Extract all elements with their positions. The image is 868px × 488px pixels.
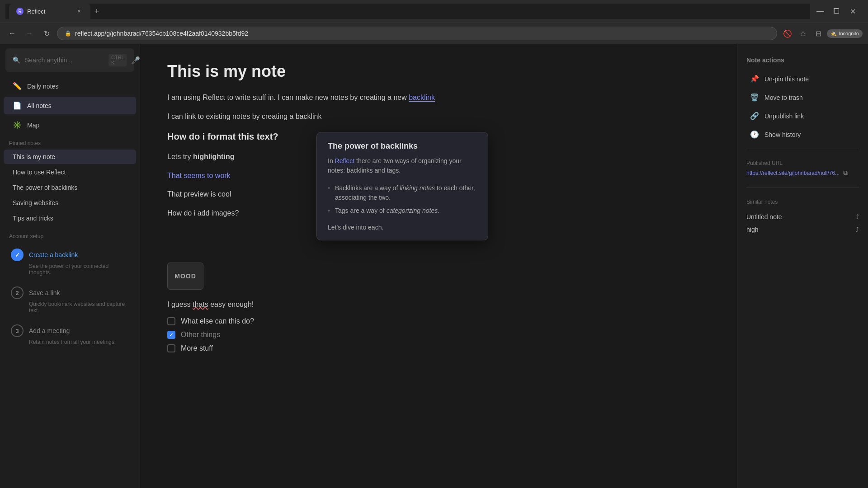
back-button[interactable]: ← [5, 27, 19, 40]
step-desc-2: Quickly bookmark websites and capture te… [11, 301, 129, 314]
refresh-button[interactable]: ↻ [40, 27, 53, 40]
checkbox-3-label: More stuff [181, 344, 213, 352]
guess-line: I guess thats easy enough! [167, 299, 710, 310]
popup-reflect-link[interactable]: Reflect [335, 157, 355, 164]
checkbox-3[interactable] [167, 344, 175, 352]
step-header: 3 Add a meeting [11, 324, 129, 337]
paragraph-2: I can link to existing notes by creating… [167, 111, 710, 122]
panel-divider-1 [746, 149, 859, 149]
sidebar-item-map[interactable]: ✳️ Map [4, 116, 136, 134]
nav-bar: ← → ↻ 🔒 reflect.app/g/johnbarad/76354cb1… [0, 23, 868, 44]
similar-note-2[interactable]: high ⤴ [746, 223, 859, 236]
maximize-button[interactable]: ⧠ [830, 5, 843, 18]
paragraph-2-text: I can link to existing notes by creating… [167, 113, 322, 120]
map-icon: ✳️ [13, 121, 22, 129]
copy-icon[interactable]: ⧉ [843, 169, 848, 177]
similar-notes-label: Similar notes [746, 199, 859, 205]
mood-badge: MOOD [167, 263, 203, 290]
published-url-value: https://reflect.site/g/johnbarad/null/76… [746, 169, 859, 177]
link-icon: 🔗 [750, 112, 759, 120]
checkbox-1-label: What else can this do? [181, 317, 254, 325]
checkbox-2[interactable] [167, 331, 175, 339]
similar-note-1[interactable]: Untitled note ⤴ [746, 211, 859, 223]
url-text: reflect.app/g/johnbarad/76354cb108ce4f2a… [75, 30, 248, 37]
main-content: This is my note I am using Reflect to wr… [140, 44, 737, 488]
checkbox-1[interactable] [167, 317, 175, 325]
tab-favicon: R [16, 8, 24, 15]
search-shortcut: CTRL K [108, 54, 127, 66]
browser-chrome: R Reflect × + — ⧠ ✕ ← → ↻ 🔒 reflect.app/… [0, 0, 868, 44]
similar-note-1-title: Untitled note [746, 213, 782, 221]
similar-note-1-arrow: ⤴ [856, 213, 859, 221]
unpin-label: Un-pin this note [764, 75, 809, 83]
checkbox-item-3: More stuff [167, 344, 710, 352]
panel-divider-2 [746, 188, 859, 188]
tab-close-button[interactable]: × [75, 7, 83, 15]
highlight-word: highlighting [193, 153, 235, 160]
paragraph-1-text-before: I am using Reflect to write stuff in. I … [167, 94, 409, 101]
that-seems-link[interactable]: That seems to work [167, 172, 231, 179]
unpublish-label: Unpublish link [764, 113, 804, 120]
bookmark-button[interactable]: ☆ [796, 27, 810, 40]
published-url-label: Published URL [746, 160, 859, 166]
step-title-3: Add a meeting [29, 327, 70, 334]
popup-title: The power of backlinks [328, 141, 477, 151]
account-step-3[interactable]: 3 Add a meeting Retain notes from all yo… [4, 321, 136, 349]
sidebar-item-all-notes[interactable]: 📄 All notes [4, 97, 136, 114]
search-icon: 🔍 [13, 56, 20, 64]
incognito-icon: 🕵️ [830, 31, 837, 37]
similar-notes-section: Similar notes Untitled note ⤴ high ⤴ [737, 193, 868, 241]
similar-note-2-arrow: ⤴ [856, 226, 859, 233]
popup-footer: Let's dive into each. [328, 224, 477, 231]
step-badge-3: 3 [11, 324, 24, 337]
step-badge-1: ✓ [11, 249, 24, 261]
note-item-saving[interactable]: Saving websites [4, 196, 136, 210]
close-button[interactable]: ✕ [846, 5, 859, 18]
sidebar-item-daily-notes[interactable]: ✏️ Daily notes [4, 77, 136, 95]
eye-slash-button[interactable]: 🚫 [781, 27, 794, 40]
backlink-popup: The power of backlinks In Reflect there … [316, 132, 488, 240]
trash-action[interactable]: 🗑️ Move to trash [741, 89, 864, 106]
checkbox-item-1: What else can this do? [167, 317, 710, 325]
popup-list-item-2: Tags are a way of categorizing notes. [328, 204, 477, 217]
note-item-this-is-my-note[interactable]: This is my note [4, 150, 136, 164]
sidebar-search[interactable]: 🔍 CTRL K 🎤 [5, 48, 134, 72]
note-item-tips[interactable]: Tips and tricks [4, 211, 136, 225]
popup-list: Backlinks are a way of linking notes to … [328, 182, 477, 217]
minimize-button[interactable]: — [814, 5, 826, 18]
thats-text: thats [193, 300, 208, 308]
popup-intro: In Reflect there are two ways of organiz… [328, 156, 477, 175]
unpublish-action[interactable]: 🔗 Unpublish link [741, 107, 864, 125]
app-container: 🔍 CTRL K 🎤 ✏️ Daily notes 📄 All notes ✳️… [0, 44, 868, 488]
incognito-label: Incognito [839, 31, 859, 36]
right-panel: Note actions 📌 Un-pin this note 🗑️ Move … [737, 44, 868, 488]
account-step-2[interactable]: 2 Save a link Quickly bookmark websites … [4, 283, 136, 317]
lock-icon: 🔒 [65, 30, 71, 37]
browser-tab[interactable]: R Reflect × [9, 4, 90, 19]
pin-icon: 📌 [750, 75, 759, 83]
checkbox-item-2: Other things [167, 331, 710, 339]
account-step-1[interactable]: ✓ Create a backlink See the power of you… [4, 245, 136, 279]
history-action[interactable]: 🕐 Show history [741, 126, 864, 143]
search-input[interactable] [25, 56, 104, 64]
note-item-backlinks[interactable]: The power of backlinks [4, 180, 136, 195]
history-label: Show history [764, 131, 801, 138]
note-title: This is my note [167, 62, 710, 81]
sidebar-toggle-button[interactable]: ⊟ [811, 27, 825, 40]
window-controls: — ⧠ ✕ [814, 5, 859, 18]
mic-icon[interactable]: 🎤 [131, 56, 140, 65]
address-bar[interactable]: 🔒 reflect.app/g/johnbarad/76354cb108ce4f… [57, 27, 777, 40]
step-header: 2 Save a link [11, 286, 129, 299]
new-tab-button[interactable]: + [90, 5, 103, 18]
backlink-link[interactable]: backlink [409, 94, 435, 101]
unpin-action[interactable]: 📌 Un-pin this note [741, 70, 864, 88]
note-item-how-to-use[interactable]: How to use Reflect [4, 165, 136, 179]
guess-text: I guess [167, 300, 193, 308]
trash-icon: 🗑️ [750, 93, 759, 102]
published-url-section: Published URL https://reflect.site/g/joh… [737, 155, 868, 182]
checkbox-2-label: Other things [181, 331, 220, 339]
step-title-1: Create a backlink [29, 251, 78, 258]
paragraph-1: I am using Reflect to write stuff in. I … [167, 92, 710, 103]
forward-button[interactable]: → [23, 27, 36, 40]
trash-label: Move to trash [764, 94, 803, 101]
